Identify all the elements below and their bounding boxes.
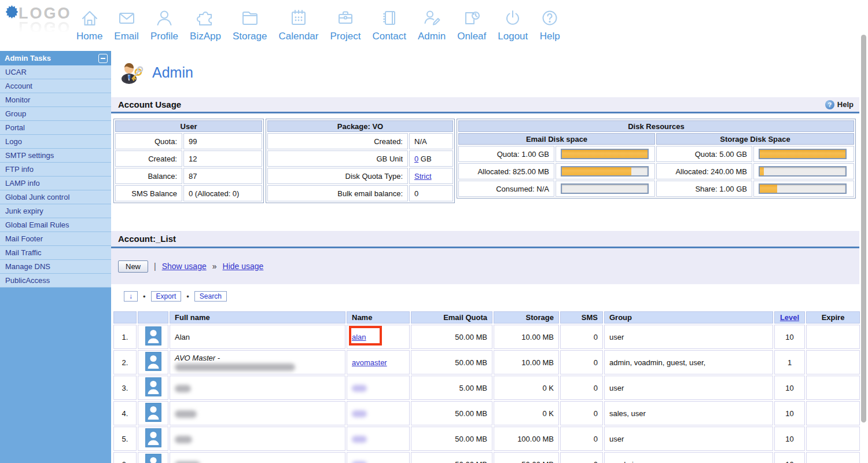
user-quota-value: 99 [183, 133, 262, 149]
sidebar-item-manage-dns[interactable]: Manage DNS [0, 260, 111, 274]
strict-link[interactable]: Strict [414, 172, 432, 181]
group-cell: user [604, 427, 773, 451]
nav-item-onleaf[interactable]: Onleaf [451, 7, 492, 42]
sidebar-item-junk-expiry[interactable]: Junk expiry [0, 204, 111, 218]
nav-label: Project [330, 31, 361, 42]
email-allocated-bar-fill [562, 167, 631, 175]
admin-user-icon [421, 7, 442, 29]
help-link[interactable]: ? Help [825, 100, 854, 109]
account-link-avomaster[interactable]: avomaster [352, 358, 387, 367]
header-expire: Expire [806, 311, 860, 324]
package-table: Package: VO Created: N/A GB Unit 0 GB Di… [266, 119, 455, 203]
header-full-name: Full name [170, 311, 345, 324]
collapse-icon[interactable] [98, 54, 108, 63]
toolbar-bullet: • [143, 292, 146, 301]
account-link-alan[interactable]: alan [352, 333, 366, 341]
package-gb-unit-label: GB Unit [267, 150, 408, 167]
nav-item-project[interactable]: Project [324, 7, 366, 42]
level-cell: 1 [774, 350, 805, 374]
nav-item-logout[interactable]: Logout [492, 7, 534, 42]
address-book-icon [379, 7, 400, 29]
email-quota-bar [561, 149, 649, 159]
package-created-value: N/A [409, 133, 453, 149]
account-list-section: Account:_List New | Show usage » Hide us… [111, 231, 859, 284]
expire-cell [806, 350, 860, 374]
nav-item-bizapp[interactable]: BizApp [184, 7, 227, 42]
full-name-cell: AVO Master - [170, 350, 345, 374]
nav-item-help[interactable]: Help [534, 7, 566, 42]
nav-item-profile[interactable]: Profile [145, 7, 184, 42]
main-content: Admin Account Usage ? Help User Quota: 9… [111, 51, 868, 463]
row-number: 6. [113, 452, 137, 463]
row-number: 5. [113, 427, 137, 451]
level-cell: 10 [774, 376, 805, 400]
sidebar-admin-tasks: Admin Tasks UCAR Account Monitor Group P… [0, 51, 111, 463]
level-cell: 10 [774, 401, 805, 425]
user-balance-label: Balance: [115, 168, 182, 184]
sidebar-item-monitor[interactable]: Monitor [0, 93, 111, 107]
sidebar-item-logo[interactable]: Logo [0, 135, 111, 149]
sidebar-item-lamp-info[interactable]: LAMP info [0, 177, 111, 190]
sidebar-item-group[interactable]: Group [0, 107, 111, 121]
sms-cell: 0 [560, 401, 603, 425]
redacted-link[interactable] [352, 436, 367, 443]
export-button[interactable]: Export [151, 291, 182, 302]
nav-item-storage[interactable]: Storage [227, 7, 273, 42]
sidebar-item-ftp-info[interactable]: FTP info [0, 163, 111, 177]
show-usage-link[interactable]: Show usage [162, 262, 207, 271]
sidebar-item-mail-footer[interactable]: Mail Footer [0, 232, 111, 246]
sms-cell: 0 [560, 325, 603, 349]
email-quota-cell: 5.00 MB [411, 376, 492, 400]
sidebar-item-portal[interactable]: Portal [0, 121, 111, 135]
email-allocated-label: Allocated: 825.00 MB [458, 163, 554, 179]
account-usage-section-bar: Account Usage ? Help [111, 97, 859, 113]
nav-item-email[interactable]: Email [108, 7, 145, 42]
badge-seal-icon [5, 5, 19, 19]
package-gb-unit-value: 0 GB [409, 150, 453, 167]
storage-quota-bar-cell [753, 146, 854, 162]
search-button[interactable]: Search [194, 291, 227, 302]
sidebar-item-global-email-rules[interactable]: Global Email Rules [0, 218, 111, 232]
document-clock-icon [461, 7, 482, 29]
full-name-cell [170, 376, 345, 400]
new-button[interactable]: New [118, 260, 148, 273]
storage-share-label: Share: 1.00 GB [656, 181, 752, 197]
admin-key-icon [119, 60, 144, 85]
email-consumed-bar [561, 183, 649, 194]
table-row: 5. 50.00 MB 100.00 MB 0 user 10 [113, 427, 860, 451]
storage-allocated-bar-fill [760, 167, 764, 175]
nav-label: Admin [418, 31, 446, 42]
sidebar-item-account[interactable]: Account [0, 79, 111, 93]
package-bulk-email-value: 0 [409, 185, 453, 201]
redacted-text [175, 410, 197, 418]
email-quota-cell: 50.00 MB [411, 427, 492, 451]
page: LOGO LOGO Home Email Profile [0, 0, 868, 463]
nav-item-calendar[interactable]: Calendar [273, 7, 324, 42]
sidebar-item-publicaccess[interactable]: PublicAccess [0, 274, 111, 288]
group-cell: admin, voadmin, guest, user, [604, 350, 773, 374]
redacted-link[interactable] [352, 410, 367, 417]
table-row: 4. 50.00 MB 0 K 0 sales, user 10 [113, 401, 860, 425]
sidebar-item-global-junk-control[interactable]: Global Junk control [0, 190, 111, 204]
nav-label: Contact [372, 31, 406, 42]
table-row: 2. AVO Master - avomaster 50.00 MB 10.00… [113, 350, 860, 374]
nav-item-admin[interactable]: Admin [412, 7, 451, 42]
redacted-link[interactable] [352, 385, 367, 392]
header-avatar [138, 311, 168, 324]
header-level-link[interactable]: Level [774, 311, 805, 324]
expire-cell [806, 401, 860, 425]
row-number: 1. [113, 325, 137, 349]
sidebar-item-smtp-settings[interactable]: SMTP settings [0, 149, 111, 163]
vertical-scrollbar[interactable] [861, 35, 866, 422]
package-table-title: Package: VO [267, 120, 453, 132]
toolbar-pipe: | [154, 262, 156, 271]
sidebar-item-mail-traffic[interactable]: Mail Traffic [0, 246, 111, 260]
nav-item-contact[interactable]: Contact [366, 7, 412, 42]
email-allocated-bar [561, 166, 649, 177]
sort-descending-button[interactable]: ↓ [124, 291, 138, 302]
nav-item-home[interactable]: Home [71, 7, 108, 42]
hide-usage-link[interactable]: Hide usage [223, 262, 264, 271]
sidebar-item-ucar[interactable]: UCAR [0, 65, 111, 79]
expire-cell [806, 427, 860, 451]
avatar-cell [138, 452, 168, 463]
